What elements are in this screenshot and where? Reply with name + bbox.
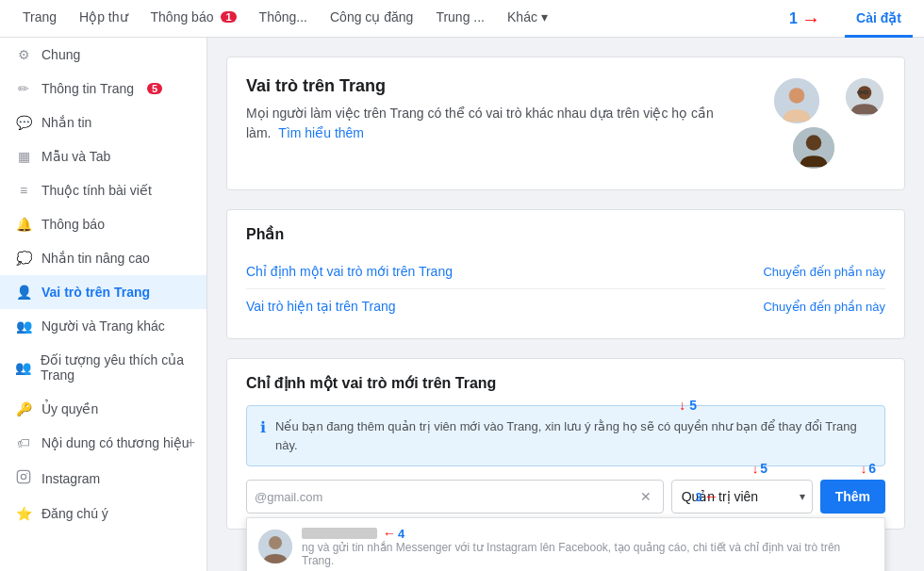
avatar-2 — [844, 76, 885, 118]
annotation-4: ← 4 — [383, 526, 404, 541]
phan-title: Phần — [246, 225, 885, 243]
sidebar-item-nhan-tin[interactable]: 💬 Nhắn tin — [0, 106, 206, 139]
audience-icon: 👥 — [15, 360, 31, 375]
sidebar-item-doi-tuong[interactable]: 👥 Đối tượng yêu thích của Trang — [0, 343, 206, 392]
learn-more-link[interactable]: Tìm hiểu thêm — [278, 125, 364, 140]
sidebar-item-thong-tin[interactable]: ✏ Thông tin Trang 5 — [0, 72, 206, 106]
nav-hop-thu[interactable]: Hộp thư — [68, 0, 139, 38]
input-row: 3 ← ✕ Quản trị viên Biên tập viên Người … — [246, 480, 885, 514]
phan-go-1[interactable]: Chuyển đến phần này — [763, 265, 885, 279]
star-icon: ⭐ — [15, 506, 32, 521]
nav-trung[interactable]: Trung ... — [424, 0, 496, 38]
top-navigation: Trang Hộp thư Thông báo 1 Thông... Công … — [0, 0, 924, 38]
suggestion-sub: ng và gửi tin nhắn Messenger với tư Inst… — [302, 541, 873, 567]
key-icon: 🔑 — [15, 401, 32, 416]
thong-tin-badge: 5 — [147, 83, 162, 94]
main-content: Vai trò trên Trang Mọi người làm việc tr… — [207, 38, 924, 571]
sidebar-item-mau-tab[interactable]: ▦ Mẫu và Tab — [0, 139, 206, 173]
add-icon[interactable]: + — [187, 434, 195, 451]
people-icon: 👥 — [15, 318, 32, 334]
bell-icon: 🔔 — [15, 217, 32, 232]
template-icon: ▦ — [15, 149, 32, 164]
sidebar-item-chung[interactable]: ⚙ Chung — [0, 38, 206, 72]
nav-trang[interactable]: Trang — [11, 0, 68, 38]
input-container: ↓ 5 ↓ 6 3 ← ✕ — [246, 480, 885, 514]
suggestion-text-block: ← 4 ng và gửi tin nhắn Messenger với tư … — [302, 526, 873, 567]
svg-point-13 — [269, 536, 282, 549]
main-layout: ⚙ Chung ✏ Thông tin Trang 5 💬 Nhắn tin ▦… — [0, 38, 924, 571]
message-icon: 💬 — [15, 115, 32, 130]
info-icon: ℹ — [260, 418, 266, 436]
chi-dinh-title: Chỉ định một vai trò mới trên Trang — [246, 374, 885, 392]
annotation-5-wrapper: ↓ 5 — [679, 398, 697, 413]
sidebar-item-dang-chu-y[interactable]: ⭐ Đăng chú ý — [0, 497, 206, 530]
attribute-icon: ≡ — [15, 183, 32, 198]
brand-icon: 🏷 — [15, 435, 32, 450]
avatar-1 — [772, 76, 821, 125]
role-select-wrapper: Quản trị viên Biên tập viên Người kiểm d… — [671, 480, 813, 514]
nav-thong[interactable]: Thông... — [248, 0, 319, 38]
them-button[interactable]: Thêm — [820, 480, 885, 514]
email-clear-button[interactable]: ✕ — [636, 487, 655, 506]
suggestion-dropdown: ← 4 ng và gửi tin nhắn Messenger với tư … — [246, 517, 885, 571]
svg-rect-0 — [17, 470, 29, 482]
chi-dinh-section: Chỉ định một vai trò mới trên Trang ↓ 5 … — [226, 358, 905, 530]
svg-point-2 — [26, 473, 27, 474]
sidebar-item-nhan-tin-nang-cao[interactable]: 💭 Nhắn tin nâng cao — [0, 241, 206, 275]
info-text: Nếu bạn đang thêm quản trị viên mới vào … — [275, 417, 871, 454]
avatar-3 — [791, 125, 836, 171]
person-icon: 👤 — [15, 285, 32, 300]
sidebar-item-instagram[interactable]: Instagram — [0, 460, 206, 497]
sidebar-item-thuoc-tinh[interactable]: ≡ Thuộc tính bài viết — [0, 173, 206, 207]
instagram-icon — [15, 469, 32, 487]
email-input-wrapper: 3 ← ✕ — [246, 480, 664, 514]
svg-point-1 — [21, 474, 25, 479]
svg-point-11 — [806, 135, 822, 151]
nav-cong-cu[interactable]: Công cụ đăng — [319, 0, 424, 38]
annotation-1: 1 → — [789, 8, 820, 29]
chat-icon: 💭 — [15, 251, 32, 266]
sidebar-item-uy-quyen[interactable]: 🔑 Ủy quyền — [0, 392, 206, 426]
cai-dat-button[interactable]: Cài đặt — [845, 0, 913, 38]
hero-text: Vai trò trên Trang Mọi người làm việc tr… — [246, 76, 718, 143]
info-banner: ℹ Nếu bạn đang thêm quản trị viên mới và… — [246, 405, 885, 466]
nav-khac[interactable]: Khác ▾ — [496, 0, 559, 38]
thong-bao-badge: 1 — [221, 11, 236, 23]
settings-icon: ⚙ — [15, 47, 32, 62]
svg-point-4 — [789, 88, 805, 104]
role-select[interactable]: Quản trị viên Biên tập viên Người kiểm d… — [671, 480, 813, 514]
phan-row-1: Chỉ định một vai trò mới trên Trang Chuy… — [246, 254, 885, 289]
sidebar-item-vai-tro-wrapper: 👤 Vai trò trên Trang ← 2 — [0, 275, 206, 309]
svg-point-6 — [858, 86, 872, 100]
hero-card: Vai trò trên Trang Mọi người làm việc tr… — [226, 57, 905, 190]
hero-title: Vai trò trên Trang — [246, 76, 718, 96]
hero-description: Mọi người làm việc trên Trang có thể có … — [246, 104, 718, 143]
phan-section: Phần Chỉ định một vai trò mới trên Trang… — [226, 209, 905, 339]
suggestion-name-placeholder — [302, 528, 377, 539]
hero-avatars — [772, 76, 885, 171]
sidebar: ⚙ Chung ✏ Thông tin Trang 5 💬 Nhắn tin ▦… — [0, 38, 207, 571]
phan-row-2: Vai trò hiện tại trên Trang Chuyển đến p… — [246, 289, 885, 323]
suggestion-avatar — [258, 530, 292, 563]
sidebar-item-vai-tro[interactable]: 👤 Vai trò trên Trang — [0, 275, 206, 309]
email-input[interactable] — [255, 490, 636, 504]
sidebar-item-thong-bao[interactable]: 🔔 Thông báo — [0, 207, 206, 241]
nav-thong-bao[interactable]: Thông báo 1 — [140, 0, 248, 38]
sidebar-item-nguoi-trang[interactable]: 👥 Người và Trang khác — [0, 309, 206, 343]
suggestion-item[interactable]: ← 4 ng và gửi tin nhắn Messenger với tư … — [247, 518, 884, 571]
phan-link-2[interactable]: Vai trò hiện tại trên Trang — [246, 299, 396, 314]
phan-link-1[interactable]: Chỉ định một vai trò mới trên Trang — [246, 264, 453, 279]
sidebar-item-noi-dung[interactable]: 🏷 Nội dung có thương hiệu + — [0, 426, 206, 460]
edit-icon: ✏ — [15, 81, 32, 96]
phan-go-2[interactable]: Chuyển đến phần này — [763, 300, 885, 314]
